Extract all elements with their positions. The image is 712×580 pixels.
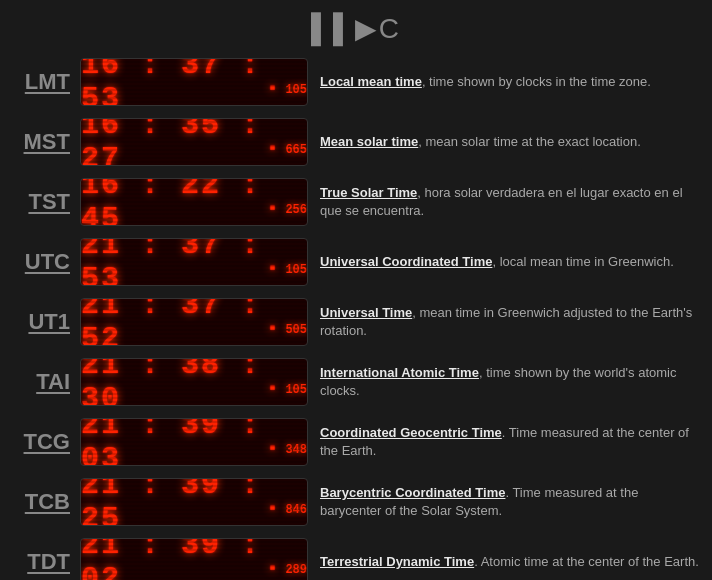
clock-main-time: 21 : 39 : 03 [81, 418, 263, 466]
clock-sub-time: 846 [285, 503, 307, 517]
time-description: International Atomic Time, time shown by… [320, 364, 702, 400]
clock-sub-time: 665 [285, 143, 307, 157]
description-link[interactable]: Barycentric Coordinated Time [320, 485, 505, 500]
header: ▌▌▶C [0, 0, 712, 55]
clock-sub-time: 505 [285, 323, 307, 337]
description-link[interactable]: Universal Coordinated Time [320, 254, 492, 269]
time-description: Terrestrial Dynamic Time. Atomic time at… [320, 553, 702, 571]
time-row: TDT21 : 39 : 02.289Terrestrial Dynamic T… [10, 535, 702, 580]
clock-display: 16 : 22 : 45.256 [80, 178, 308, 226]
time-row: TCG21 : 39 : 03.348Coordinated Geocentri… [10, 415, 702, 469]
clock-display: 21 : 38 : 30.105 [80, 358, 308, 406]
time-rows: LMT16 : 37 : 53.105Local mean time, time… [0, 55, 712, 580]
clock-dot: . [263, 365, 283, 399]
description-link[interactable]: Coordinated Geocentric Time [320, 425, 502, 440]
description-link[interactable]: International Atomic Time [320, 365, 479, 380]
description-link[interactable]: Mean solar time [320, 134, 418, 149]
clock-sub-time: 348 [285, 443, 307, 457]
time-row: TST16 : 22 : 45.256True Solar Time, hora… [10, 175, 702, 229]
clock-dot: . [263, 305, 283, 339]
time-row: TAI21 : 38 : 30.105International Atomic … [10, 355, 702, 409]
clock-dot: . [263, 245, 283, 279]
time-row: LMT16 : 37 : 53.105Local mean time, time… [10, 55, 702, 109]
clock-dot: . [263, 545, 283, 579]
time-description: Universal Time, mean time in Greenwich a… [320, 304, 702, 340]
clock-main-time: 21 : 37 : 53 [81, 238, 263, 286]
clock-dot: . [263, 65, 283, 99]
clock-main-time: 21 : 38 : 30 [81, 358, 263, 406]
clock-main-time: 16 : 22 : 45 [81, 178, 263, 226]
time-row: MST16 : 35 : 27.665Mean solar time, mean… [10, 115, 702, 169]
time-description: Barycentric Coordinated Time. Time measu… [320, 484, 702, 520]
clock-display: 16 : 35 : 27.665 [80, 118, 308, 166]
clock-main-time: 21 : 39 : 02 [81, 538, 263, 580]
clock-main-time: 16 : 35 : 27 [81, 118, 263, 166]
time-zone-abbrev: TCB [10, 489, 80, 515]
time-row: UT121 : 37 : 52.505Universal Time, mean … [10, 295, 702, 349]
description-text: , local mean time in Greenwich. [492, 254, 673, 269]
time-zone-abbrev: TST [10, 189, 80, 215]
clock-main-time: 16 : 37 : 53 [81, 58, 263, 106]
time-zone-abbrev: UTC [10, 249, 80, 275]
description-link[interactable]: Terrestrial Dynamic Time [320, 554, 474, 569]
time-zone-abbrev: UT1 [10, 309, 80, 335]
clock-display: 16 : 37 : 53.105 [80, 58, 308, 106]
description-text: , time shown by clocks in the time zone. [422, 74, 651, 89]
time-row: TCB21 : 39 : 25.846Barycentric Coordinat… [10, 475, 702, 529]
description-link[interactable]: Universal Time [320, 305, 412, 320]
time-description: Mean solar time, mean solar time at the … [320, 133, 702, 151]
clock-sub-time: 105 [285, 263, 307, 277]
time-description: True Solar Time, hora solar verdadera en… [320, 184, 702, 220]
clock-display: 21 : 37 : 52.505 [80, 298, 308, 346]
time-zone-abbrev: TDT [10, 549, 80, 575]
clock-dot: . [263, 425, 283, 459]
clock-sub-time: 105 [285, 383, 307, 397]
time-zone-abbrev: MST [10, 129, 80, 155]
clock-display: 21 : 39 : 02.289 [80, 538, 308, 580]
time-zone-abbrev: TAI [10, 369, 80, 395]
clock-display: 21 : 37 : 53.105 [80, 238, 308, 286]
clock-sub-time: 105 [285, 83, 307, 97]
clock-dot: . [263, 125, 283, 159]
description-text: , mean solar time at the exact location. [418, 134, 641, 149]
time-zone-abbrev: TCG [10, 429, 80, 455]
clock-main-time: 21 : 39 : 25 [81, 478, 263, 526]
time-zone-abbrev: LMT [10, 69, 80, 95]
time-description: Universal Coordinated Time, local mean t… [320, 253, 702, 271]
clock-main-time: 21 : 37 : 52 [81, 298, 263, 346]
time-description: Coordinated Geocentric Time. Time measur… [320, 424, 702, 460]
time-description: Local mean time, time shown by clocks in… [320, 73, 702, 91]
time-row: UTC21 : 37 : 53.105Universal Coordinated… [10, 235, 702, 289]
logo-icon: ▌▌▶C [311, 12, 401, 45]
clock-display: 21 : 39 : 03.348 [80, 418, 308, 466]
clock-display: 21 : 39 : 25.846 [80, 478, 308, 526]
description-text: . Atomic time at the center of the Earth… [474, 554, 699, 569]
clock-dot: . [263, 485, 283, 519]
clock-sub-time: 256 [285, 203, 307, 217]
clock-dot: . [263, 185, 283, 219]
clock-sub-time: 289 [285, 563, 307, 577]
description-link[interactable]: True Solar Time [320, 185, 417, 200]
description-link[interactable]: Local mean time [320, 74, 422, 89]
